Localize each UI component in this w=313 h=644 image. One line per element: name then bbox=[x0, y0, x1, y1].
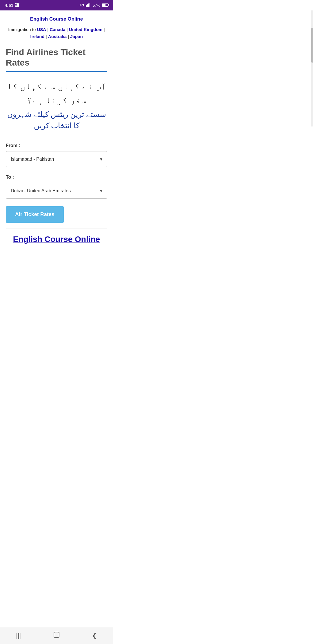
battery-percent: 57% bbox=[93, 3, 100, 8]
bottom-english-course-link[interactable]: English Course Online bbox=[13, 235, 100, 244]
to-label: To : bbox=[6, 175, 107, 180]
immigration-link-japan[interactable]: Japan bbox=[70, 34, 83, 39]
immigration-link-canada[interactable]: Canada bbox=[50, 27, 65, 32]
photo-icon: 🖼 bbox=[15, 3, 19, 8]
time: 4:51 bbox=[5, 3, 13, 8]
signal-icon bbox=[86, 3, 91, 8]
svg-rect-0 bbox=[86, 5, 87, 7]
status-bar: 4:51 🖼 4G 57% bbox=[0, 0, 113, 10]
status-right: 4G 57% bbox=[80, 3, 108, 8]
immigration-label: Immigration to bbox=[8, 27, 36, 32]
network-type: 4G bbox=[80, 3, 84, 7]
main-content: English Course Online Immigration to USA… bbox=[0, 10, 113, 254]
top-english-course-link-wrapper: English Course Online bbox=[6, 16, 107, 22]
immigration-link-australia[interactable]: Australia bbox=[48, 34, 67, 39]
urdu-line1: آپ نے کہاں سے کہاں کا سفر کرنا ہے؟ bbox=[6, 79, 107, 107]
to-select[interactable]: Dubai - United Arab Emirates Abu Dhabi -… bbox=[6, 183, 107, 199]
bottom-divider bbox=[6, 229, 107, 229]
svg-rect-1 bbox=[87, 4, 88, 7]
status-left: 4:51 🖼 bbox=[5, 3, 19, 8]
blue-divider bbox=[6, 71, 107, 72]
svg-rect-3 bbox=[89, 3, 90, 7]
immigration-line: Immigration to USA | Canada | United Kin… bbox=[6, 26, 107, 40]
battery-icon bbox=[102, 3, 108, 8]
immigration-link-usa[interactable]: USA bbox=[37, 27, 46, 32]
immigration-link-ireland[interactable]: Ireland bbox=[30, 34, 44, 39]
urdu-line2: سستے ترین ریٹس کیلئے شہروں کا انتخاب کری… bbox=[6, 109, 107, 131]
air-ticket-rates-button[interactable]: Air Ticket Rates bbox=[6, 206, 64, 223]
immigration-link-uk[interactable]: United Kingdom bbox=[69, 27, 103, 32]
top-english-course-link[interactable]: English Course Online bbox=[30, 16, 83, 22]
svg-rect-2 bbox=[88, 3, 89, 7]
bottom-english-course-link-wrapper: English Course Online bbox=[6, 235, 107, 244]
from-select-wrapper: Islamabad - Pakistan Karachi - Pakistan … bbox=[6, 151, 107, 167]
to-select-wrapper: Dubai - United Arab Emirates Abu Dhabi -… bbox=[6, 183, 107, 199]
urdu-section: آپ نے کہاں سے کہاں کا سفر کرنا ہے؟ سستے … bbox=[6, 76, 107, 134]
from-select[interactable]: Islamabad - Pakistan Karachi - Pakistan … bbox=[6, 151, 107, 167]
find-airlines-heading: Find Airlines Ticket Rates bbox=[6, 47, 107, 68]
from-label: From : bbox=[6, 143, 107, 148]
